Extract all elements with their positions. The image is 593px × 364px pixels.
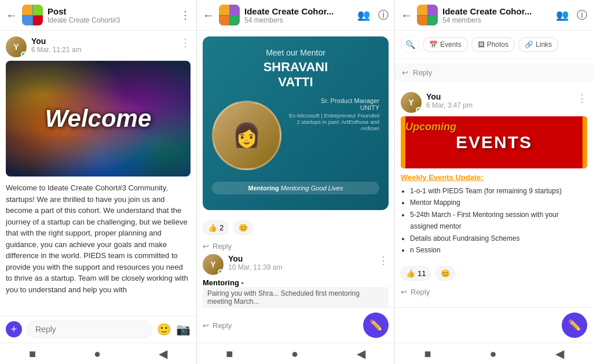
header-subtitle-3: 54 members <box>442 16 556 24</box>
welcome-text: Welcome <box>45 105 152 133</box>
like-count-3: 11 <box>418 269 426 278</box>
header-info-3: Ideate Create Cohor... 54 members <box>442 6 556 24</box>
extra-emoji: 😊 <box>239 223 248 232</box>
tab-photos[interactable]: 🖼 Photos <box>471 37 515 52</box>
tab-events[interactable]: 📅 Events <box>423 37 468 52</box>
reply-label-2: Reply <box>213 321 232 330</box>
reply-link-3[interactable]: ↩ Reply <box>401 284 587 300</box>
mentor-card: Meet our Mentor SHRAVANI VATTI 👩 Sr. Pro… <box>203 36 389 210</box>
message-body: Welcome to Ideate Create Cohort#3 Commun… <box>6 182 191 295</box>
like-emoji-3: 👍 <box>406 269 415 278</box>
back-nav-icon-2[interactable]: ◀ <box>357 347 365 361</box>
online-indicator-3 <box>416 107 422 113</box>
panel3-content: Y You 6 Mar, 3:47 pm ⋮ Upcoming EVENTS W… <box>395 86 593 307</box>
panel-group-detail: ← Ideate Create Cohor... 54 members 👥 ⓘ … <box>395 0 593 364</box>
message-header-2: Y You 10 Mar, 11:39 am ⋮ <box>203 254 389 275</box>
events-main-text: EVENTS <box>456 133 532 152</box>
header-subtitle-2: 54 members <box>244 16 357 24</box>
back-button-3[interactable]: ← <box>401 9 412 22</box>
reply-link-2[interactable]: ↩ Reply <box>203 318 358 333</box>
panel1-content: Y You 6 Mar, 11:21 am ⋮ Welcome Welcome … <box>0 31 196 315</box>
mentor-bio: Ex-Microsoft | Entrepreneur Founded 2 st… <box>287 112 379 131</box>
home-icon-2[interactable]: ● <box>291 347 298 361</box>
extra-reaction-3[interactable]: 😊 <box>435 266 455 281</box>
reply-input[interactable] <box>27 321 152 338</box>
header-title-2: Ideate Create Cohor... <box>244 6 349 16</box>
back-button-2[interactable]: ← <box>203 9 214 22</box>
msg-bold-prefix: Mentoring - <box>203 278 389 287</box>
search-button[interactable]: 🔍 <box>401 35 419 54</box>
event-item-5: n Session <box>410 244 587 256</box>
home-icon[interactable]: ● <box>94 347 101 361</box>
back-nav-icon[interactable]: ◀ <box>159 347 167 361</box>
like-reaction[interactable]: 👍 2 <box>203 220 229 235</box>
reply-link-1[interactable]: ↩ Reply <box>203 238 389 254</box>
photos-label: Photos <box>487 41 508 49</box>
event-item-1: 1-o-1 with PIEDS Team (for remaining 9 s… <box>410 185 587 197</box>
reply-bar: + 🙂 📷 <box>0 315 196 343</box>
event-item-2: Mentor Mapping <box>410 197 587 208</box>
stop-icon[interactable]: ■ <box>29 347 36 361</box>
message-options-icon-2[interactable]: ⋮ <box>378 254 389 267</box>
info-icon[interactable]: ⓘ <box>378 8 389 22</box>
back-nav-icon-3[interactable]: ◀ <box>555 347 564 361</box>
tab-links[interactable]: 🔗 Links <box>518 37 558 52</box>
compose-fab-3[interactable]: ✏️ <box>562 312 587 338</box>
msg-meta-2: You 10 Mar, 11:39 am <box>228 254 374 271</box>
msg-time-3: 6 Mar, 3:47 pm <box>426 101 572 109</box>
panel1-header: ← Post Ideate Create Cohort#3 ⋮ <box>0 0 196 31</box>
mentor-photo: 👩 <box>212 101 281 170</box>
message-header: Y You 6 Mar, 11:21 am ⋮ <box>6 36 191 57</box>
message-options-icon-3[interactable]: ⋮ <box>577 92 587 105</box>
reply-arrow-icon-2: ↩ <box>203 321 209 330</box>
add-attachment-button[interactable]: + <box>6 321 22 337</box>
back-button[interactable]: ← <box>6 9 17 22</box>
reply-label-3: Reply <box>411 288 430 296</box>
stop-icon-2[interactable]: ■ <box>226 347 233 361</box>
members-icon-3[interactable]: 👥 <box>556 9 569 21</box>
msg-meta-3: You 6 Mar, 3:47 pm <box>426 92 572 109</box>
panel-post: ← Post Ideate Create Cohort#3 ⋮ Y <box>0 0 197 364</box>
reactions-row-1: 👍 2 😊 <box>203 217 389 238</box>
events-label: Events <box>440 41 462 49</box>
like-reaction-3[interactable]: 👍 11 <box>401 266 431 281</box>
camera-icon[interactable]: 📷 <box>176 322 191 336</box>
group-avatar <box>22 5 43 25</box>
info-icon-3[interactable]: ⓘ <box>577 8 587 22</box>
emoji-icon[interactable]: 🙂 <box>157 322 171 336</box>
like-emoji: 👍 <box>208 223 217 232</box>
reply-thread-label: Reply <box>413 68 432 77</box>
mentor-title: Sr. Product Manager UNITY <box>287 97 379 111</box>
stop-icon-3[interactable]: ■ <box>424 347 431 361</box>
header-icons-2: 👥 ⓘ <box>357 8 389 22</box>
msg-preview: Pairing you with Shra... Scheduled first… <box>203 287 389 307</box>
msg-meta: You 6 Mar, 11:21 am <box>31 36 175 54</box>
bottom-nav-2: ■ ● ◀ <box>197 343 394 364</box>
photos-icon: 🖼 <box>478 41 485 49</box>
more-options-icon[interactable]: ⋮ <box>180 9 191 21</box>
reply-label: Reply <box>213 242 232 251</box>
extra-reaction[interactable]: 😊 <box>233 220 253 235</box>
meet-mentor-label: Meet our Mentor <box>212 48 379 57</box>
welcome-image: Welcome <box>6 61 191 177</box>
links-icon: 🔗 <box>525 41 533 49</box>
avatar: Y <box>6 36 27 57</box>
compose-fab[interactable]: ✏️ <box>363 312 389 338</box>
group-avatar-2 <box>219 5 240 25</box>
event-item-3: 5-24th March - First Mentoring session w… <box>410 209 587 233</box>
reply-thread-bar[interactable]: ↩ Reply <box>395 64 593 82</box>
events-list: 1-o-1 with PIEDS Team (for remaining 9 s… <box>401 185 587 256</box>
home-icon-3[interactable]: ● <box>490 347 497 361</box>
header-icons: ⋮ <box>180 9 191 21</box>
members-icon[interactable]: 👥 <box>357 9 370 21</box>
mentor-tagline: Mentoring Mentoring Good Lives <box>212 182 379 194</box>
message-options-icon[interactable]: ⋮ <box>180 36 191 49</box>
like-count: 2 <box>219 223 224 232</box>
weekly-update-title: Weekly Events Update: <box>401 173 587 182</box>
events-image: Upcoming EVENTS <box>401 116 587 168</box>
online-indicator <box>21 52 27 57</box>
reply-arrow-icon-3: ↩ <box>401 288 407 296</box>
mentor-name: SHRAVANI VATTI <box>212 60 379 90</box>
bottom-nav: ■ ● ◀ <box>0 343 196 364</box>
message-block: Y You 6 Mar, 11:21 am ⋮ Welcome Welcome … <box>6 36 191 295</box>
